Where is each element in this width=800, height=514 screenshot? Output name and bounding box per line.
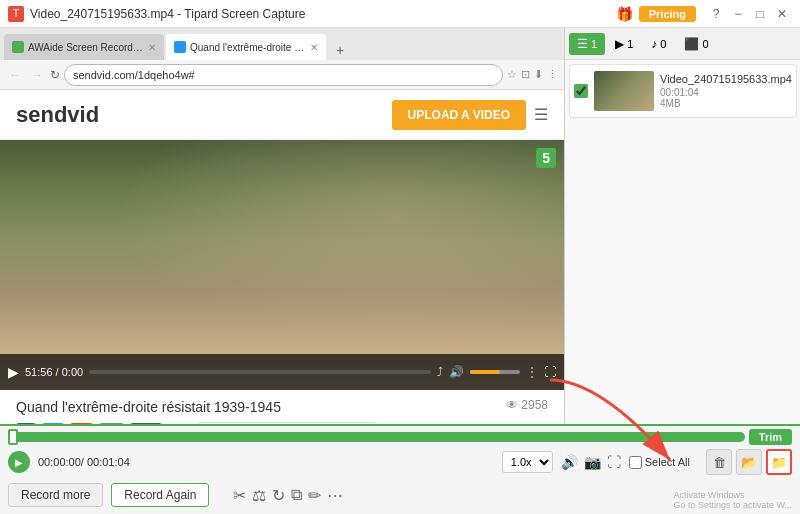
- tab-favicon-sendvid: [174, 41, 186, 53]
- video-controls-bar: ▶ 51:56 / 0:00 ⤴ 🔊 ⋮: [0, 354, 564, 390]
- bottom-toolbar: Trim ▶ 00:00:00/ 00:01:04 0.5x 1.0x 1.5x…: [0, 424, 800, 514]
- delete-button[interactable]: 🗑: [706, 449, 732, 475]
- copy-icon[interactable]: ⧉: [291, 486, 302, 504]
- help-button[interactable]: ?: [706, 4, 726, 24]
- video-player: 5 ▶ 51:56 / 0:00 ⤴ 🔊: [0, 140, 564, 390]
- media-tab-audio[interactable]: ♪ 0: [643, 33, 674, 55]
- rotate-icon[interactable]: ↻: [272, 486, 285, 505]
- video-progress-bar[interactable]: [89, 370, 431, 374]
- new-tab-button[interactable]: +: [330, 40, 350, 60]
- tab-sendvid[interactable]: Quand l'extrême-droite résist... ✕: [166, 34, 326, 60]
- minimize-button[interactable]: −: [728, 4, 748, 24]
- timeline-bar[interactable]: [8, 432, 745, 442]
- media-item-name: Video_240715195633.mp4: [660, 73, 792, 85]
- app-icon: T: [8, 6, 24, 22]
- address-bar: ← → ↻ sendvid.com/1dqeho4w# ☆ ⊡ ⬇ ⋮: [0, 60, 564, 90]
- tab-favicon-awaide: [12, 41, 24, 53]
- trim-button[interactable]: Trim: [749, 429, 792, 445]
- tab-awaide[interactable]: AWAide Screen Recorder: Scre... ✕: [4, 34, 164, 60]
- media-thumbnail: [594, 71, 654, 111]
- media-item-checkbox[interactable]: [574, 84, 588, 98]
- video-play-button[interactable]: ▶: [8, 364, 19, 380]
- video-time-display: 51:56 / 0:00: [25, 366, 83, 378]
- more-options-icon[interactable]: ⋮: [526, 365, 538, 379]
- tab-close-awaide[interactable]: ✕: [148, 42, 156, 53]
- watermark-text: Activate WindowsGo to Settings to activa…: [673, 490, 792, 510]
- more-edit-icon[interactable]: ⋯: [327, 486, 343, 505]
- record-row: Record more Record Again ✂ ⚖ ↻ ⧉ ✏ ⋯ Act…: [0, 477, 800, 514]
- media-item: Video_240715195633.mp4 00:01:04 4MB: [569, 64, 797, 118]
- playback-row: ▶ 00:00:00/ 00:01:04 0.5x 1.0x 1.5x 2.0x…: [0, 448, 800, 477]
- maximize-button[interactable]: □: [750, 4, 770, 24]
- folder-open-button[interactable]: 📂: [736, 449, 762, 475]
- video-background: 5: [0, 140, 564, 390]
- tab-label-sendvid: Quand l'extrême-droite résist...: [190, 42, 306, 53]
- timeline-row: Trim: [0, 426, 800, 448]
- gift-icon: 🎁: [616, 6, 633, 22]
- media-tab-image[interactable]: ⬛ 0: [676, 33, 716, 55]
- media-tab-video[interactable]: ▶ 1: [607, 33, 641, 55]
- refresh-button[interactable]: ↻: [50, 68, 60, 82]
- video-tab-icon: ▶: [615, 37, 624, 51]
- share-icon[interactable]: ⤴: [437, 365, 443, 379]
- media-item-info: Video_240715195633.mp4 00:01:04 4MB: [660, 73, 792, 109]
- record-more-button[interactable]: Record more: [8, 483, 103, 507]
- upload-button[interactable]: UPLOAD A VIDEO: [392, 100, 526, 130]
- media-tab-all[interactable]: ☰ 1: [569, 33, 605, 55]
- record-again-button[interactable]: Record Again: [111, 483, 209, 507]
- list-icon: ☰: [577, 37, 588, 51]
- sendvid-logo: sendvid: [16, 102, 99, 128]
- video-overlay-number: 5: [536, 148, 556, 168]
- audio-tab-icon: ♪: [651, 37, 657, 51]
- export-button[interactable]: 📁: [766, 449, 792, 475]
- tab-close-sendvid[interactable]: ✕: [310, 42, 318, 53]
- video-scene: [0, 140, 564, 390]
- browser-tabs: AWAide Screen Recorder: Scre... ✕ Quand …: [0, 28, 564, 60]
- forward-button[interactable]: →: [28, 66, 46, 84]
- tab-label-awaide: AWAide Screen Recorder: Scre...: [28, 42, 144, 53]
- volume-bar[interactable]: [470, 370, 520, 374]
- bookmark-icon[interactable]: ☆: [507, 68, 517, 81]
- equalizer-icon[interactable]: ⚖: [252, 486, 266, 505]
- sendvid-header: sendvid UPLOAD A VIDEO ☰: [0, 90, 564, 140]
- playback-time-info: 00:00:00/ 00:01:04: [38, 456, 130, 468]
- close-button[interactable]: ✕: [772, 4, 792, 24]
- window-title: Video_240715195633.mp4 - Tipard Screen C…: [30, 7, 305, 21]
- volume-fill: [470, 370, 500, 374]
- menu-dots-icon[interactable]: ⋮: [547, 68, 558, 81]
- media-item-size: 4MB: [660, 98, 792, 109]
- select-all-checkbox[interactable]: [629, 456, 642, 469]
- timeline-handle[interactable]: [8, 429, 18, 445]
- pricing-button[interactable]: Pricing: [639, 6, 696, 22]
- url-bar[interactable]: sendvid.com/1dqeho4w#: [64, 64, 503, 86]
- video-title: Quand l'extrême-droite résistait 1939-19…: [16, 399, 281, 415]
- speed-select[interactable]: 0.5x 1.0x 1.5x 2.0x: [502, 451, 553, 473]
- volume-pb-icon[interactable]: 🔊: [561, 454, 578, 470]
- media-tabs: ☰ 1 ▶ 1 ♪ 0 ⬛ 0: [565, 28, 800, 60]
- thumbnail-image: [594, 71, 654, 111]
- cut-icon[interactable]: ✂: [233, 486, 246, 505]
- play-button-main[interactable]: ▶: [8, 451, 30, 473]
- select-all-label: Select All: [645, 456, 690, 468]
- camera-pb-icon[interactable]: 📷: [584, 454, 601, 470]
- view-count: 👁 2958: [506, 398, 548, 412]
- media-item-duration: 00:01:04: [660, 87, 792, 98]
- edit-icon[interactable]: ✏: [308, 486, 321, 505]
- back-button[interactable]: ←: [6, 66, 24, 84]
- fullscreen-button[interactable]: ⛶: [544, 365, 556, 379]
- url-text: sendvid.com/1dqeho4w#: [73, 69, 195, 81]
- hamburger-icon[interactable]: ☰: [534, 105, 548, 124]
- title-bar: T Video_240715195633.mp4 - Tipard Screen…: [0, 0, 800, 28]
- image-tab-icon: ⬛: [684, 37, 699, 51]
- volume-icon[interactable]: 🔊: [449, 365, 464, 379]
- download-icon[interactable]: ⬇: [534, 68, 543, 81]
- expand-pb-icon[interactable]: ⛶: [607, 454, 621, 470]
- settings-icon[interactable]: ⊡: [521, 68, 530, 81]
